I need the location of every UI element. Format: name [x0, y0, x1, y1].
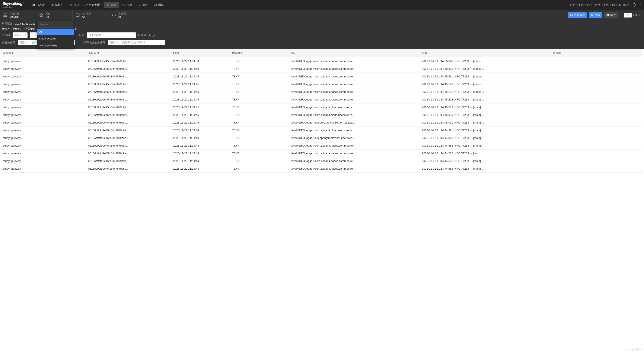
svg-rect-3 [34, 5, 35, 6]
tag-config-link[interactable]: 配置词汇页 ? [138, 34, 155, 37]
table-cell: level=INFO,logger=com.alibaba.nacos.comm… [289, 80, 420, 88]
filter-endpoint[interactable]: 当前端点 All [109, 10, 145, 20]
disk-icon [76, 13, 80, 17]
table-cell: level=INFO,logger=fun.bo.GatewayServerAp… [289, 119, 420, 126]
prev-page-icon[interactable] [620, 14, 622, 17]
button-label: 搜索 [595, 13, 600, 17]
nav-item-3[interactable]: 性能剖析 [82, 2, 103, 8]
filter-log-category[interactable]: 日志类别 Service [0, 10, 36, 20]
table-row[interactable]: study-gateway05136c9dfd9e45fc8d47879c8e.… [1, 73, 643, 80]
dropdown-search-input[interactable] [38, 22, 73, 28]
table-row[interactable]: study-gateway05136c9dfd9e45fc8d47879c8e.… [1, 111, 643, 119]
nav-item-1[interactable]: 拓扑图 [48, 2, 66, 8]
dropdown-option[interactable]: All [37, 28, 74, 35]
page-sep: / [633, 14, 634, 17]
page-input[interactable] [624, 13, 632, 18]
table-cell: 2023-11-22 11:14:44 [172, 142, 230, 150]
chevron-down-icon [139, 14, 142, 17]
keyword-input[interactable] [18, 40, 37, 45]
chevron-down-icon [103, 14, 106, 17]
svg-point-6 [53, 5, 53, 6]
filter-label: 当前实例 [82, 12, 91, 15]
table-cell: 2023-11-22 11:14:44 [172, 134, 230, 142]
nav-item-4[interactable]: 日志 [104, 2, 119, 8]
table-row[interactable]: study-gateway05136c9dfd9e45fc8d47879c8e.… [1, 126, 643, 134]
table-header: 当前实例 [86, 49, 172, 58]
table-cell: level=INFO,logger=com.alibaba.nacos.comm… [289, 65, 420, 73]
table-cell: study-gateway [1, 142, 86, 150]
table-row[interactable]: study-gateway05136c9dfd9e45fc8d47879c8e.… [1, 119, 643, 126]
table-cell: TEXT [230, 73, 289, 80]
watermark: CSDN @一只牛博 [624, 348, 643, 351]
nav-label: 仪表盘 [36, 3, 45, 7]
table-cell [551, 134, 643, 142]
svg-rect-1 [34, 4, 35, 5]
table-cell: TEXT [230, 157, 289, 165]
gear-icon [570, 14, 573, 17]
table-cell: level=INFO,logger=org.springframework.bo… [289, 134, 420, 142]
table-row[interactable]: study-gateway05136c9dfd9e45fc8d47879c8e.… [1, 80, 643, 88]
table-cell: 05136c9dfd9e45fc8d47879c8e... [86, 104, 172, 111]
svg-point-11 [77, 16, 77, 16]
clear-button[interactable]: 清空 [604, 12, 618, 18]
table-cell: 05136c9dfd9e45fc8d47879c8e... [86, 165, 172, 172]
table-cell: 05136c9dfd9e45fc8d47879c8e... [86, 80, 172, 88]
nav-item-0[interactable]: 仪表盘 [30, 2, 47, 8]
nav-icon [85, 4, 88, 6]
table-cell [551, 96, 643, 104]
timezone[interactable]: UTC+8:0 [619, 4, 630, 6]
table-cell [551, 58, 643, 65]
search-button[interactable]: 搜索 [589, 12, 602, 18]
table-row[interactable]: study-gateway05136c9dfd9e45fc8d47879c8e.… [1, 165, 643, 172]
filter-value: Service [10, 15, 19, 18]
table-cell: TEXT [230, 119, 289, 126]
trace-id-input[interactable] [12, 32, 28, 38]
table-row[interactable]: study-gateway05136c9dfd9e45fc8d47879c8e.… [1, 58, 643, 65]
more-conditions-button[interactable]: 更多条件 [568, 12, 587, 18]
svg-point-12 [571, 15, 572, 16]
svg-rect-10 [76, 14, 80, 16]
table-row[interactable]: study-gateway05136c9dfd9e45fc8d47879c8e.… [1, 150, 643, 157]
table-row[interactable]: study-gateway05136c9dfd9e45fc8d47879c8e.… [1, 65, 643, 73]
next-page-icon[interactable] [638, 14, 641, 17]
table-row[interactable]: study-gateway05136c9dfd9e45fc8d47879c8e.… [1, 96, 643, 104]
exclude-keyword-input[interactable] [108, 40, 165, 45]
time-range-text[interactable]: 2023-11-22 11:11 ~ 2023-11-22 11:26 [570, 4, 617, 6]
table-cell [551, 65, 643, 73]
table-cell: 2023-11-22 11:14:44 [172, 150, 230, 157]
dropdown-option[interactable]: study-gateway [37, 42, 74, 48]
nav-item-6[interactable]: 事件 [136, 2, 150, 8]
nav-item-7[interactable]: 调试 [151, 2, 166, 8]
table-cell: 2023-11-22 11:14:44.991 INFO 77233 --- [… [420, 126, 551, 134]
table-row[interactable]: study-gateway05136c9dfd9e45fc8d47879c8e.… [1, 88, 643, 96]
table-cell: 2023-11-22 11:14:44.585 INFO 77233 --- [… [420, 157, 551, 165]
nav-icon [69, 4, 72, 6]
table-cell: level=INFO,logger=com.alibaba.nacos.comm… [289, 157, 420, 165]
table-cell: level=INFO,logger=com.alibaba.cloud.naco… [289, 126, 420, 134]
refresh-icon[interactable] [632, 3, 636, 7]
table-row[interactable]: study-gateway05136c9dfd9e45fc8d47879c8e.… [1, 157, 643, 165]
table-row[interactable]: study-gateway05136c9dfd9e45fc8d47879c8e.… [1, 134, 643, 142]
table-row[interactable]: study-gateway05136c9dfd9e45fc8d47879c8e.… [1, 142, 643, 150]
table-cell: TEXT [230, 142, 289, 150]
table-cell: TEXT [230, 80, 289, 88]
table-cell: 2023-11-22 11:14:44 [172, 126, 230, 134]
table-cell: level=INFO,logger=com.alibaba.nacos.comm… [289, 58, 420, 65]
exclude-keyword-label: 内容不包含的关键词: [82, 41, 106, 44]
nav-item-2[interactable]: 追踪 [67, 2, 82, 8]
dropdown-option[interactable]: study-system [37, 35, 74, 42]
filter-service[interactable]: 服务 All [36, 10, 72, 20]
tag-input[interactable] [87, 32, 136, 38]
expand-icon[interactable] [638, 3, 642, 7]
table-row[interactable]: study-gateway05136c9dfd9e45fc8d47879c8e.… [1, 104, 643, 111]
table-cell: 2023-11-22 11:14:45.039 INFO 77233 --- [… [420, 111, 551, 119]
table-cell: 05136c9dfd9e45fc8d47879c8e... [86, 119, 172, 126]
table-cell: TEXT [230, 150, 289, 157]
svg-rect-2 [32, 5, 34, 6]
table-cell [551, 111, 643, 119]
filter-instance[interactable]: 当前实例 All [72, 10, 109, 20]
table-cell: 2023-11-22 11:14:45 [172, 80, 230, 88]
table-cell [551, 157, 643, 165]
table-cell: level=INFO,logger=com.alibaba.nacos.comm… [289, 96, 420, 104]
nav-item-5[interactable]: 告警 [120, 2, 135, 8]
